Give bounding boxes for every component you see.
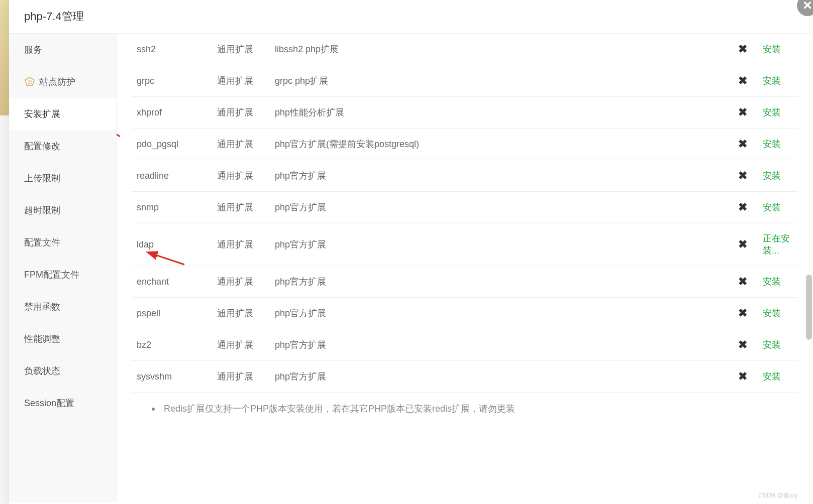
sidebar-item-label: 配置修改 xyxy=(24,140,60,152)
sidebar-item-label: 负载状态 xyxy=(24,365,60,377)
sidebar-item-4[interactable]: 上传限制 xyxy=(9,162,116,194)
close-icon: ✕ xyxy=(802,0,812,13)
ext-status: ✖ xyxy=(728,223,758,266)
ext-desc: php官方扩展 xyxy=(270,266,728,298)
background-strip xyxy=(0,0,9,115)
footer-note: Redis扩展仅支持一个PHP版本安装使用，若在其它PHP版本已安装redis扩… xyxy=(132,393,798,415)
table-row: sysvshm通用扩展php官方扩展✖安装 xyxy=(132,361,798,393)
content-panel: ssh2通用扩展libssh2 php扩展✖安装grpc通用扩展grpc php… xyxy=(117,34,813,502)
modal-body: 服务企站点防护安装扩展配置修改上传限制超时限制配置文件FPM配置文件禁用函数性能… xyxy=(9,34,813,502)
ext-name: ldap xyxy=(132,223,212,266)
sidebar-item-5[interactable]: 超时限制 xyxy=(9,194,116,226)
not-installed-icon: ✖ xyxy=(738,201,747,213)
ext-desc: libssh2 php扩展 xyxy=(270,34,728,65)
extensions-table: ssh2通用扩展libssh2 php扩展✖安装grpc通用扩展grpc php… xyxy=(132,34,798,393)
ext-desc: php官方扩展(需提前安装postgresql) xyxy=(270,129,728,160)
not-installed-icon: ✖ xyxy=(738,370,747,383)
sidebar-item-2[interactable]: 安装扩展 xyxy=(9,98,116,130)
install-link[interactable]: 安装 xyxy=(763,371,781,382)
scrollbar-thumb[interactable] xyxy=(806,275,812,340)
ext-type: 通用扩展 xyxy=(212,192,270,223)
install-link[interactable]: 安装 xyxy=(763,340,781,350)
svg-line-1 xyxy=(117,121,120,137)
ext-type: 通用扩展 xyxy=(212,298,270,329)
not-installed-icon: ✖ xyxy=(738,338,747,351)
install-link[interactable]: 安装 xyxy=(763,308,781,318)
enterprise-badge-icon: 企 xyxy=(24,76,35,87)
sidebar-item-label: FPM配置文件 xyxy=(24,269,79,281)
ext-type: 通用扩展 xyxy=(212,266,270,298)
not-installed-icon: ✖ xyxy=(738,43,747,55)
ext-desc: grpc php扩展 xyxy=(270,65,728,97)
sidebar-item-label: 站点防护 xyxy=(39,76,75,88)
install-link[interactable]: 安装 xyxy=(763,202,781,212)
ext-status: ✖ xyxy=(728,266,758,298)
sidebar-item-label: 超时限制 xyxy=(24,204,60,216)
ext-type: 通用扩展 xyxy=(212,160,270,192)
not-installed-icon: ✖ xyxy=(738,169,747,182)
ext-desc: php官方扩展 xyxy=(270,361,728,393)
not-installed-icon: ✖ xyxy=(738,307,747,319)
ext-action: 安装 xyxy=(758,298,798,329)
sidebar-item-9[interactable]: 性能调整 xyxy=(9,323,116,355)
sidebar-item-label: 性能调整 xyxy=(24,333,60,345)
sidebar-item-label: 上传限制 xyxy=(24,172,60,184)
sidebar-item-8[interactable]: 禁用函数 xyxy=(9,291,116,323)
ext-name: pspell xyxy=(132,298,212,329)
not-installed-icon: ✖ xyxy=(738,106,747,118)
ext-status: ✖ xyxy=(728,65,758,97)
svg-text:企: 企 xyxy=(28,79,32,84)
ext-desc: php官方扩展 xyxy=(270,298,728,329)
ext-status: ✖ xyxy=(728,329,758,361)
sidebar-item-3[interactable]: 配置修改 xyxy=(9,130,116,162)
sidebar-item-label: Session配置 xyxy=(24,397,74,409)
ext-action: 安装 xyxy=(758,65,798,97)
sidebar-item-1[interactable]: 企站点防护 xyxy=(9,66,116,98)
ext-desc: php官方扩展 xyxy=(270,192,728,223)
ext-type: 通用扩展 xyxy=(212,129,270,160)
ext-action: 安装 xyxy=(758,129,798,160)
table-row: ssh2通用扩展libssh2 php扩展✖安装 xyxy=(132,34,798,65)
install-link[interactable]: 安装 xyxy=(763,139,781,149)
sidebar: 服务企站点防护安装扩展配置修改上传限制超时限制配置文件FPM配置文件禁用函数性能… xyxy=(9,34,117,502)
table-scroll[interactable]: ssh2通用扩展libssh2 php扩展✖安装grpc通用扩展grpc php… xyxy=(132,34,798,502)
ext-action: 安装 xyxy=(758,192,798,223)
install-link[interactable]: 安装 xyxy=(763,76,781,86)
ext-action: 安装 xyxy=(758,97,798,129)
ext-desc: php官方扩展 xyxy=(270,160,728,192)
sidebar-item-6[interactable]: 配置文件 xyxy=(9,226,116,259)
ext-type: 通用扩展 xyxy=(212,223,270,266)
ext-action: 安装 xyxy=(758,34,798,65)
ext-type: 通用扩展 xyxy=(212,65,270,97)
table-row: enchant通用扩展php官方扩展✖安装 xyxy=(132,266,798,298)
ext-name: grpc xyxy=(132,65,212,97)
ext-type: 通用扩展 xyxy=(212,361,270,393)
install-link[interactable]: 安装 xyxy=(763,44,781,54)
ext-name: readline xyxy=(132,160,212,192)
ext-type: 通用扩展 xyxy=(212,329,270,361)
table-row: readline通用扩展php官方扩展✖安装 xyxy=(132,160,798,192)
install-link[interactable]: 安装 xyxy=(763,171,781,181)
sidebar-item-10[interactable]: 负载状态 xyxy=(9,355,116,387)
install-link[interactable]: 安装 xyxy=(763,107,781,117)
modal-header: php-7.4管理 xyxy=(9,0,813,34)
install-link[interactable]: 安装 xyxy=(763,277,781,287)
watermark: CSDN @夏xily xyxy=(758,491,798,500)
not-installed-icon: ✖ xyxy=(738,74,747,87)
ext-action: 正在安装... xyxy=(758,223,798,266)
ext-action: 安装 xyxy=(758,160,798,192)
ext-action: 安装 xyxy=(758,266,798,298)
ext-type: 通用扩展 xyxy=(212,34,270,65)
sidebar-item-label: 禁用函数 xyxy=(24,301,60,313)
table-row: grpc通用扩展grpc php扩展✖安装 xyxy=(132,65,798,97)
sidebar-item-7[interactable]: FPM配置文件 xyxy=(9,259,116,291)
table-row: bz2通用扩展php官方扩展✖安装 xyxy=(132,329,798,361)
ext-status: ✖ xyxy=(728,160,758,192)
arrow-annotation-sidebar xyxy=(117,119,123,141)
ext-status: ✖ xyxy=(728,34,758,65)
table-row: pspell通用扩展php官方扩展✖安装 xyxy=(132,298,798,329)
sidebar-item-0[interactable]: 服务 xyxy=(9,34,116,66)
ext-name: sysvshm xyxy=(132,361,212,393)
install-link[interactable]: 正在安装... xyxy=(763,233,790,256)
sidebar-item-11[interactable]: Session配置 xyxy=(9,387,116,419)
